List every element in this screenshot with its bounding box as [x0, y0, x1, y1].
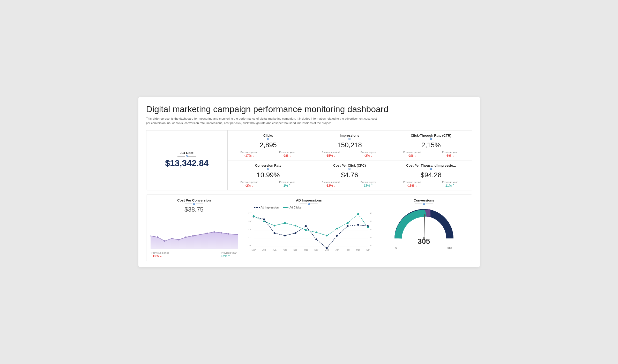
gauge-min: 0 [396, 246, 397, 249]
svg-text:Nov: Nov [314, 249, 318, 251]
svg-text:Apr: Apr [366, 249, 370, 251]
kpi-ctr: Click-Through Rate (CTR) 2,15% Previous … [390, 130, 472, 160]
svg-text:Jun: Jun [262, 249, 266, 251]
svg-text:90: 90 [249, 244, 252, 246]
clicks-prev-year: Previous year -3% ⌄ [270, 151, 305, 158]
svg-point-8 [206, 233, 207, 234]
clicks-prev-period: Previous period -17% ⌄ [232, 151, 267, 158]
svg-point-36 [294, 232, 296, 234]
svg-text:300: 300 [369, 228, 371, 230]
cpm-value: $94.28 [394, 171, 468, 179]
svg-text:350: 350 [369, 220, 371, 222]
clicks-prev-year-val: -3% ⌄ [270, 154, 305, 158]
svg-text:150: 150 [248, 220, 252, 222]
svg-point-35 [284, 235, 286, 236]
svg-text:170: 170 [248, 212, 252, 214]
chart-ad-impressions: AD Impressions Ad Impression Ad Clicks 1… [242, 195, 376, 261]
page-title: Digital marketing campaign performance m… [146, 104, 472, 114]
svg-point-49 [305, 229, 307, 231]
chart-conversions: Conversions [376, 195, 472, 261]
cpc-chart-value: $38.75 [151, 206, 238, 213]
svg-text:Feb: Feb [346, 249, 349, 251]
svg-point-46 [273, 224, 275, 226]
clicks-compare-row: Previous period -17% ⌄ Previous year -3%… [232, 151, 305, 158]
impressions-title: Impressions [313, 134, 386, 137]
svg-point-14 [256, 207, 258, 208]
svg-text:Oct: Oct [304, 249, 308, 251]
gauge-value: 305 [418, 237, 430, 246]
impressions-prev-period: Previous period -15% ⌄ [313, 151, 348, 158]
svg-point-5 [185, 236, 186, 238]
ctr-value: 2,15% [394, 141, 468, 149]
svg-point-10 [220, 232, 222, 234]
svg-point-42 [357, 224, 359, 226]
kpi-cpc: Cost Per Click (CPC) $4.76 Previous peri… [309, 160, 391, 190]
ad-impressions-legend: Ad Impression Ad Clicks [254, 206, 372, 209]
svg-text:110: 110 [248, 236, 252, 238]
svg-point-6 [192, 235, 193, 237]
svg-point-45 [263, 220, 265, 222]
svg-point-40 [336, 235, 338, 236]
svg-text:200: 200 [369, 244, 371, 246]
impressions-prev-year: Previous year -2% ⌄ [351, 151, 386, 158]
svg-text:130: 130 [248, 228, 252, 230]
impressions-dot-line [313, 138, 386, 140]
svg-text:May: May [251, 249, 256, 251]
cr-title: Conversion Rate [232, 164, 305, 167]
cr-value: 10.99% [232, 171, 305, 179]
svg-point-34 [273, 232, 275, 234]
cpc-area-chart [151, 215, 238, 249]
cpm-title: Cost Per Thousand Impressio... [394, 164, 468, 167]
ad-impressions-chart: 170 150 130 110 90 400 350 300 250 200 [246, 211, 372, 252]
cpc-value: $4.76 [313, 171, 386, 179]
ad-cost-title: AD Cost [180, 151, 193, 155]
svg-point-48 [294, 224, 296, 226]
kpi-grid: AD Cost $13,342.84 Clicks 2,895 Previous… [146, 130, 472, 190]
clicks-value: 2,895 [232, 141, 305, 149]
kpi-impressions: Impressions 150,218 Previous period -15%… [309, 130, 391, 160]
svg-point-1 [157, 236, 158, 238]
kpi-ad-cost: AD Cost $13,342.84 [146, 130, 228, 190]
cpc-chart-title: Cost Per Conversion [151, 198, 238, 202]
svg-point-41 [347, 225, 348, 227]
gauge-max: 585 [448, 246, 452, 249]
svg-text:250: 250 [369, 236, 371, 238]
kpi-conversion-rate: Conversion Rate 10.99% Previous period -… [228, 160, 309, 190]
kpi-cpm: Cost Per Thousand Impressio... $94.28 Pr… [390, 160, 472, 190]
clicks-title: Clicks [232, 134, 305, 137]
svg-point-2 [164, 240, 165, 242]
page-subtitle: This slide represents the dashboard for … [146, 117, 379, 126]
svg-point-33 [263, 218, 265, 220]
svg-text:Mar: Mar [356, 249, 360, 251]
svg-point-54 [357, 213, 359, 215]
cpc-compare-row: Previous period -11% ⌄ Previous year 16%… [151, 251, 238, 258]
cpc-title: Cost Per Click (CPC) [313, 164, 386, 167]
svg-text:Dec: Dec [325, 249, 329, 251]
svg-text:JUL: JUL [272, 249, 277, 251]
svg-text:Aug: Aug [283, 249, 287, 251]
svg-text:Jan: Jan [335, 249, 339, 251]
svg-point-50 [315, 231, 317, 233]
impressions-value: 150,218 [313, 141, 386, 149]
svg-point-47 [284, 222, 286, 224]
charts-row: Cost Per Conversion $38.75 [146, 195, 472, 261]
svg-point-11 [227, 233, 229, 235]
gauge-labels: 0 585 [396, 246, 452, 249]
svg-point-52 [336, 228, 338, 229]
clicks-prev-year-label: Previous year [270, 151, 305, 153]
svg-point-37 [305, 225, 307, 227]
svg-point-3 [171, 238, 172, 239]
svg-text:Sep: Sep [293, 249, 297, 251]
impressions-compare-row: Previous period -15% ⌄ Previous year -2%… [313, 151, 386, 158]
ad-cost-value: $13,342.84 [165, 158, 209, 168]
chart-cost-per-conversion: Cost Per Conversion $38.75 [146, 195, 242, 261]
svg-point-53 [347, 222, 348, 224]
svg-point-16 [285, 207, 286, 208]
clicks-dot-line [232, 138, 305, 140]
gauge-wrap: 305 0 585 [380, 207, 468, 249]
svg-point-44 [252, 215, 254, 217]
svg-point-51 [326, 235, 327, 236]
svg-point-55 [367, 226, 369, 228]
clicks-prev-period-val: -17% ⌄ [232, 154, 267, 158]
svg-text:400: 400 [369, 212, 371, 214]
